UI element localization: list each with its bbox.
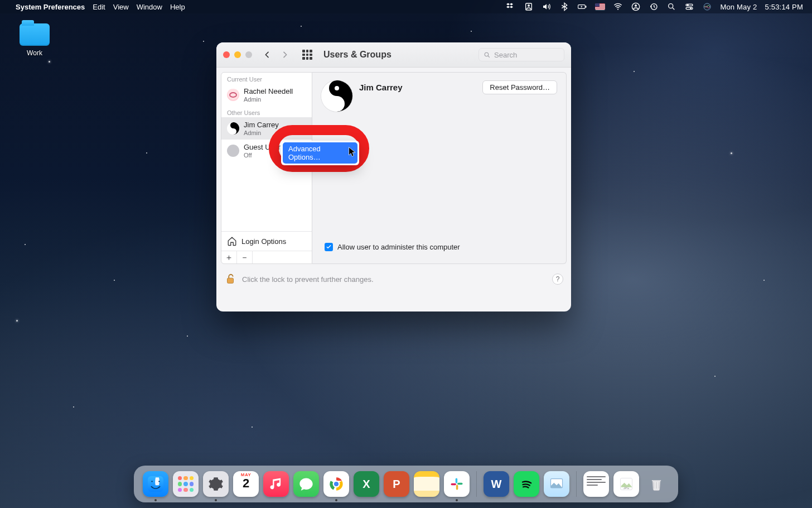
svg-rect-26 [457,483,462,485]
search-placeholder: Search [494,51,517,59]
dock-chrome[interactable] [323,471,349,497]
menubar-date[interactable]: Mon May 2 [720,3,757,11]
svg-point-15 [485,52,489,56]
lock-open-icon [224,273,236,285]
dock-excel[interactable]: X [354,471,379,497]
battery-charging-icon[interactable] [577,2,587,12]
dock-music[interactable] [263,471,289,497]
desktop-folder-work[interactable]: Work [13,23,56,57]
login-options[interactable]: Login Options [221,231,312,251]
svg-point-12 [690,8,692,9]
login-options-label: Login Options [241,237,286,246]
user-display-name: Jim Carrey [359,83,403,92]
svg-point-19 [158,481,160,482]
desktop-folder-label: Work [13,49,56,57]
back-button[interactable] [261,49,273,61]
reset-password-button[interactable]: Reset Password… [482,80,557,94]
dock-separator [476,471,477,497]
svg-point-11 [687,4,689,6]
menu-view[interactable]: View [113,3,129,11]
allow-admin-checkbox[interactable] [325,243,333,251]
menu-edit[interactable]: Edit [93,3,105,11]
dock-trash[interactable] [644,471,669,497]
sidebar-user-name: Rachel Needell [244,87,293,95]
calendar-day: 2 [233,477,259,490]
sidebar-user-current[interactable]: Rachel Needell Admin [221,84,312,106]
sidebar-user-name: Jim Carrey [244,121,279,129]
avatar-icon [227,122,239,135]
running-indicator [215,499,217,501]
dock-messages[interactable] [293,471,319,497]
folder-icon [20,23,50,46]
context-menu: Advanced Options… [281,141,359,165]
svg-rect-9 [686,4,693,6]
context-menu-advanced-options[interactable]: Advanced Options… [283,142,357,164]
search-field[interactable]: Search [478,48,564,61]
close-button[interactable] [223,51,230,58]
remove-user-button[interactable]: － [237,251,253,263]
user-add-remove-toolbar: ＋ － [221,251,312,263]
running-indicator [335,499,337,501]
add-user-button[interactable]: ＋ [221,251,237,263]
svg-rect-28 [451,483,456,486]
minimize-button[interactable] [234,51,241,58]
zoom-button[interactable] [245,51,252,58]
svg-point-6 [635,4,637,7]
user-icon[interactable] [631,2,641,12]
bluetooth-icon[interactable] [559,2,569,12]
svg-point-4 [617,9,618,10]
avatar-icon [227,89,239,101]
user-avatar-large[interactable] [321,80,352,112]
help-button[interactable]: ? [552,274,563,285]
allow-admin-row[interactable]: Allow user to administer this computer [325,243,460,251]
control-center-icon[interactable] [684,2,694,12]
forward-button[interactable] [279,49,291,61]
dock: MAY 2 X P W JPG [134,466,678,502]
dock-powerpoint[interactable]: P [384,471,409,497]
section-other-users: Other Users [221,106,312,117]
dock-preview[interactable] [544,471,569,497]
dock-slack[interactable] [444,471,470,497]
siri-icon[interactable] [702,2,712,12]
check-icon [326,244,332,250]
menu-window[interactable]: Window [137,3,162,11]
dock-finder[interactable] [143,471,168,497]
volume-icon[interactable] [542,2,552,12]
window-title: Users & Groups [323,50,392,60]
dock-calendar[interactable]: MAY 2 [233,471,259,497]
svg-rect-3 [586,6,587,7]
boxed-group-icon[interactable] [524,2,534,12]
menubar-time[interactable]: 5:53:14 PM [765,3,804,11]
lock-hint-text: Click the lock to prevent further change… [242,275,374,284]
flag-us-icon[interactable] [595,3,605,10]
svg-rect-16 [228,278,234,283]
app-menu[interactable]: System Preferences [16,3,85,11]
svg-rect-27 [456,485,458,490]
dock-word[interactable]: W [484,471,509,497]
dock-downloads-document[interactable] [583,471,609,497]
show-all-prefs-button[interactable] [302,50,312,60]
search-icon [484,51,491,59]
menu-help[interactable]: Help [170,3,185,11]
spotlight-icon[interactable] [666,2,676,12]
dock-spotify[interactable] [514,471,539,497]
section-current-user: Current User [221,73,312,84]
svg-rect-10 [686,7,693,9]
dock-downloads-image[interactable]: JPG [613,471,639,497]
dock-launchpad[interactable] [173,471,199,497]
lock-button[interactable] [224,273,236,285]
home-icon [227,236,237,246]
svg-point-8 [669,4,673,8]
wifi-icon[interactable] [613,2,623,12]
window-controls [223,51,252,58]
svg-point-1 [528,4,530,7]
dock-notes[interactable] [414,471,439,497]
time-machine-icon[interactable] [649,2,659,12]
dropbox-icon[interactable] [506,2,516,12]
dock-system-preferences[interactable] [203,471,229,497]
running-indicator [456,499,458,501]
allow-admin-label: Allow user to administer this computer [337,243,460,251]
sidebar-user-role: Admin [244,96,293,103]
titlebar: Users & Groups Search [216,42,571,68]
lock-footer: Click the lock to prevent further change… [216,269,571,290]
